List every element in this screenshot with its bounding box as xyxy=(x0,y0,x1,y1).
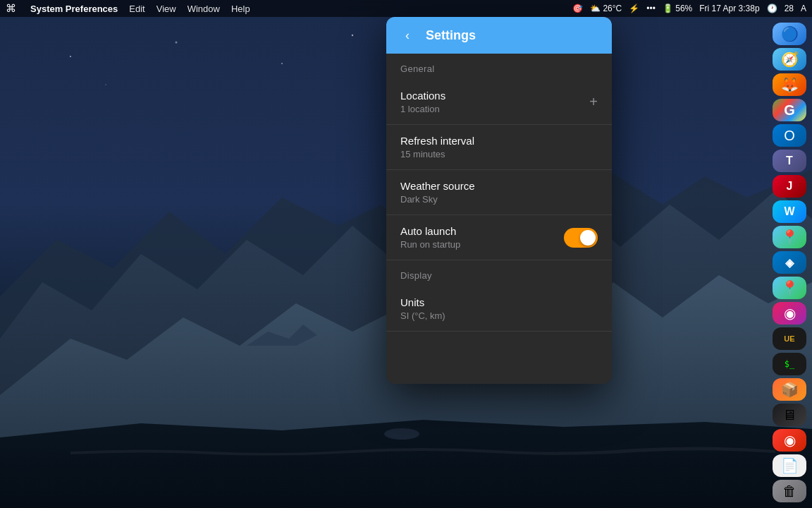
dock-box[interactable]: 📦 xyxy=(773,378,806,401)
monitor-icon: 🖥 xyxy=(782,407,796,423)
section-header-display: Display xyxy=(386,260,612,286)
svg-point-1 xyxy=(70,56,71,57)
setting-text-locations: Locations 1 location xyxy=(400,90,445,114)
setting-row-weather-source[interactable]: Weather source Dark Sky xyxy=(386,170,612,215)
setting-row-locations[interactable]: Locations 1 location + xyxy=(386,80,612,125)
menubar-left: ⌘ System Preferences Edit View Window He… xyxy=(6,2,250,15)
setting-value-auto-launch: Run on startup xyxy=(400,239,460,250)
dock-file[interactable]: 📄 xyxy=(773,454,806,477)
menu-help[interactable]: Help xyxy=(231,4,250,14)
dock-right: 🔵 🧭 🦊 G O T J W 📍 ◈ 📍 ◉ UE $_ 📦 🖥 xyxy=(767,17,812,508)
more-icon: ••• xyxy=(646,4,656,13)
menu-view[interactable]: View xyxy=(156,4,176,14)
svg-point-6 xyxy=(384,428,419,440)
apple-menu[interactable]: ⌘ xyxy=(6,2,16,15)
vscode-icon: ◈ xyxy=(785,256,794,270)
setting-row-units[interactable]: Units SI (°C, km) xyxy=(386,286,612,332)
dock-firefox[interactable]: 🦊 xyxy=(773,73,806,96)
setting-value-weather-source: Dark Sky xyxy=(400,194,475,205)
menu-edit[interactable]: Edit xyxy=(129,4,144,14)
jetbrains-icon: J xyxy=(787,180,793,193)
setting-label-refresh: Refresh interval xyxy=(400,135,474,147)
trash-icon: 🗑 xyxy=(782,483,796,500)
add-location-button[interactable]: + xyxy=(589,94,598,110)
badge-icon: ◉ xyxy=(784,432,796,449)
setting-text-auto-launch: Auto launch Run on startup xyxy=(400,225,460,250)
setting-value-refresh: 15 minutes xyxy=(400,149,474,159)
setting-row-refresh[interactable]: Refresh interval 15 minutes xyxy=(386,125,612,170)
box-icon: 📦 xyxy=(781,381,799,398)
dock-teams[interactable]: T xyxy=(773,150,806,172)
date-time: Fri 17 Apr 3:38p xyxy=(699,4,759,13)
svg-point-3 xyxy=(281,63,283,64)
dock-badge[interactable]: ◉ xyxy=(773,429,806,452)
setting-label-weather-source: Weather source xyxy=(400,180,475,192)
back-icon: ‹ xyxy=(405,28,410,43)
toggle-knob xyxy=(580,230,596,246)
file-icon: 📄 xyxy=(781,457,799,474)
setting-value-units: SI (°C, km) xyxy=(400,310,445,321)
teams-icon: T xyxy=(786,155,793,167)
dock-webstorm[interactable]: W xyxy=(773,200,806,223)
dock-vscode[interactable]: ◈ xyxy=(773,251,806,274)
dock-maps2[interactable]: 📍 xyxy=(773,277,806,299)
dock-trash[interactable]: 🗑 xyxy=(773,480,806,502)
dock-goo[interactable]: ◉ xyxy=(773,302,806,325)
dock-maps[interactable]: 📍 xyxy=(773,226,806,248)
dock-terminal[interactable]: $_ xyxy=(773,353,806,375)
dock-safari[interactable]: 🧭 xyxy=(773,48,806,71)
menubar-right: 🎯 ⛅ 26°C ⚡ ••• 🔋 56% Fri 17 Apr 3:38p 🕐 … xyxy=(572,4,806,13)
maps-icon: 📍 xyxy=(781,229,799,246)
svg-point-4 xyxy=(105,84,106,85)
setting-label-locations: Locations xyxy=(400,90,445,102)
keyboard-layout: A xyxy=(801,4,806,13)
dock-jetbrains[interactable]: J xyxy=(773,175,806,198)
svg-point-2 xyxy=(176,42,178,44)
settings-header: ‹ Settings xyxy=(386,17,612,54)
menubar: ⌘ System Preferences Edit View Window He… xyxy=(0,0,812,17)
menu-window[interactable]: Window xyxy=(187,4,220,14)
dock-chrome[interactable]: G xyxy=(773,99,806,121)
safari-icon: 🧭 xyxy=(781,51,799,68)
setting-label-units: Units xyxy=(400,296,445,308)
back-button[interactable]: ‹ xyxy=(398,25,417,45)
battery-level: 🔋 56% xyxy=(663,4,692,13)
setting-row-auto-launch[interactable]: Auto launch Run on startup xyxy=(386,215,612,260)
battery-icon: ⚡ xyxy=(629,4,639,13)
ue-icon: UE xyxy=(784,334,794,343)
svg-point-5 xyxy=(352,35,353,36)
clock-icon: 🕐 xyxy=(767,4,777,13)
weather-temp: ⛅ 26°C xyxy=(590,4,622,13)
setting-text-refresh: Refresh interval 15 minutes xyxy=(400,135,474,159)
dock-finder[interactable]: 🔵 xyxy=(773,23,806,45)
webstorm-icon: W xyxy=(784,205,794,218)
settings-title: Settings xyxy=(426,28,476,43)
setting-text-units: Units SI (°C, km) xyxy=(400,296,445,321)
outlook-icon: O xyxy=(784,128,795,144)
settings-panel: ‹ Settings General Locations 1 location … xyxy=(386,17,612,384)
maps2-icon: 📍 xyxy=(781,279,799,296)
chrome-icon: G xyxy=(784,102,795,119)
setting-value-locations: 1 location xyxy=(400,104,445,114)
settings-body: General Locations 1 location + Refresh i… xyxy=(386,54,612,384)
section-header-general: General xyxy=(386,54,612,80)
terminal-icon: $_ xyxy=(785,359,794,369)
notification-count: 28 xyxy=(785,4,794,13)
firefox-icon: 🦊 xyxy=(781,76,799,93)
app-name[interactable]: System Preferences xyxy=(30,4,118,14)
dock-ue[interactable]: UE xyxy=(773,327,806,350)
dock-outlook[interactable]: O xyxy=(773,124,806,147)
headphone-icon: 🎯 xyxy=(572,4,583,13)
setting-text-weather-source: Weather source Dark Sky xyxy=(400,180,475,205)
dock-monitor[interactable]: 🖥 xyxy=(773,404,806,426)
goo-icon: ◉ xyxy=(784,305,796,322)
auto-launch-toggle[interactable] xyxy=(564,228,598,248)
finder-icon: 🔵 xyxy=(781,25,799,42)
setting-label-auto-launch: Auto launch xyxy=(400,225,460,237)
